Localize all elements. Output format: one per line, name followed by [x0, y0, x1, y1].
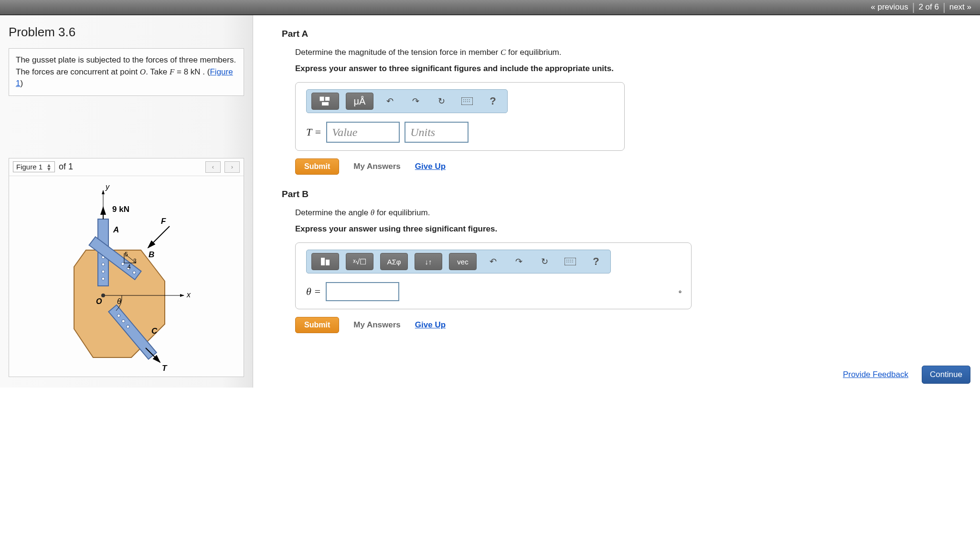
left-panel: Problem 3.6 The gusset plate is subjecte… — [0, 15, 253, 388]
part-b-button-row: Submit My Answers Give Up — [295, 317, 971, 333]
page-counter: 2 of 6 — [918, 2, 939, 12]
svg-text:B: B — [149, 250, 154, 259]
desc-text: = 8 kN . ( — [174, 67, 210, 76]
give-up-link[interactable]: Give Up — [415, 162, 446, 171]
desc-text: ) — [20, 79, 23, 88]
svg-text:y: y — [105, 183, 110, 191]
svg-rect-33 — [320, 97, 324, 101]
keyboard-icon[interactable] — [458, 93, 477, 109]
figure-selector[interactable]: Figure 1 ▲▼ — [13, 161, 55, 172]
prompt-text: for equilibrium. — [374, 208, 430, 217]
template-icon[interactable] — [311, 93, 339, 110]
figure-body: y x 9 kN A F B O θ C T 5 3 4 — [9, 176, 244, 377]
greek-button[interactable]: ΑΣφ — [380, 253, 408, 270]
undo-icon[interactable]: ↶ — [483, 253, 502, 270]
reset-icon[interactable]: ↻ — [432, 93, 451, 109]
svg-text:C: C — [151, 326, 158, 336]
prompt-text: Determine the angle — [295, 208, 371, 217]
desc-point-O: O — [140, 67, 146, 76]
part-b-prompt: Determine the angle θ for equilibrium. — [295, 208, 971, 218]
part-b-title: Part B — [282, 189, 971, 200]
answer-input[interactable] — [326, 282, 399, 301]
keyboard-icon[interactable] — [561, 253, 580, 270]
figure-count: of 1 — [59, 162, 73, 172]
part-a-button-row: Submit My Answers Give Up — [295, 158, 971, 175]
part-a-equation-row: T = Value Units — [306, 122, 616, 143]
svg-point-19 — [101, 294, 105, 297]
problem-description: The gusset plate is subjected to the for… — [9, 48, 244, 96]
nav-bar: « previous | 2 of 6 | next » — [0, 0, 980, 15]
undo-icon[interactable]: ↶ — [380, 93, 399, 109]
provide-feedback-link[interactable]: Provide Feedback — [843, 370, 908, 379]
part-a-title: Part A — [282, 29, 971, 39]
sqrt-icon[interactable]: ᵡ√☐ — [346, 253, 373, 270]
submit-button[interactable]: Submit — [295, 158, 339, 175]
units-button[interactable]: μÅ — [346, 93, 373, 110]
desc-text: . Take — [146, 67, 170, 76]
figure-prev-button[interactable]: ‹ — [205, 161, 221, 173]
svg-rect-41 — [565, 258, 576, 265]
svg-text:T: T — [162, 364, 168, 372]
svg-text:3: 3 — [133, 258, 137, 264]
svg-text:4: 4 — [128, 263, 131, 270]
separator: | — [912, 1, 915, 13]
figure-label: Figure 1 — [16, 163, 43, 171]
template-icon[interactable] — [311, 253, 339, 270]
part-a-instruction: Express your answer to three significant… — [295, 64, 971, 74]
give-up-link[interactable]: Give Up — [415, 320, 446, 330]
svg-rect-35 — [322, 102, 329, 105]
svg-text:θ: θ — [117, 297, 121, 305]
part-a-answer-box: μÅ ↶ ↷ ↻ ? T = Value Units — [295, 82, 625, 151]
footer: Provide Feedback Continue — [843, 366, 970, 384]
my-answers-link[interactable]: My Answers — [353, 162, 401, 171]
part-a-toolbar: μÅ ↶ ↷ ↻ ? — [306, 89, 508, 113]
svg-text:9 kN: 9 kN — [112, 205, 129, 214]
right-panel: Part A Determine the magnitude of the te… — [253, 15, 980, 388]
problem-title: Problem 3.6 — [9, 25, 244, 40]
units-input[interactable]: Units — [405, 122, 469, 143]
vector-button[interactable]: vec — [449, 253, 477, 270]
submit-button[interactable]: Submit — [295, 317, 339, 333]
svg-text:O: O — [96, 297, 102, 305]
variable-theta: θ = — [306, 285, 321, 298]
svg-point-3 — [102, 263, 105, 266]
svg-rect-36 — [461, 97, 473, 105]
prompt-var-C: C — [501, 48, 506, 57]
prompt-var-theta: θ — [371, 208, 374, 217]
svg-point-5 — [102, 277, 105, 280]
help-icon[interactable]: ? — [586, 253, 606, 270]
svg-rect-39 — [321, 258, 325, 265]
variable-T: T = — [306, 126, 321, 138]
figure-diagram: y x 9 kN A F B O θ C T 5 3 4 — [41, 181, 213, 372]
svg-text:F: F — [161, 217, 166, 226]
figure-header: Figure 1 ▲▼ of 1 ‹ › — [9, 158, 244, 176]
part-b-instruction: Express your answer using three signific… — [295, 224, 971, 234]
part-b-equation-row: θ = ∘ — [306, 282, 682, 301]
svg-rect-40 — [326, 260, 330, 265]
desc-var-F: F — [170, 67, 174, 76]
help-icon[interactable]: ? — [483, 93, 502, 109]
svg-text:A: A — [113, 225, 119, 234]
stepper-icon: ▲▼ — [46, 163, 52, 171]
figure-next-button[interactable]: › — [224, 161, 240, 173]
part-a-prompt: Determine the magnitude of the tension f… — [295, 48, 971, 57]
svg-text:5: 5 — [125, 251, 128, 258]
reset-icon[interactable]: ↻ — [535, 253, 554, 270]
separator: | — [943, 1, 946, 13]
next-link[interactable]: next » — [949, 2, 971, 12]
redo-icon[interactable]: ↷ — [509, 253, 528, 270]
figure-panel: Figure 1 ▲▼ of 1 ‹ › — [9, 158, 244, 377]
subscript-icon[interactable]: ↓↑ — [415, 253, 442, 270]
svg-text:x: x — [186, 291, 191, 299]
prev-link[interactable]: « previous — [871, 2, 908, 12]
redo-icon[interactable]: ↷ — [406, 93, 425, 109]
part-b-answer-box: ᵡ√☐ ΑΣφ ↓↑ vec ↶ ↷ ↻ ? θ = ∘ — [295, 242, 692, 309]
prompt-text: for equilibrium. — [506, 48, 561, 57]
continue-button[interactable]: Continue — [922, 366, 970, 384]
my-answers-link[interactable]: My Answers — [353, 320, 401, 330]
svg-rect-34 — [325, 97, 330, 101]
svg-line-16 — [148, 226, 170, 248]
part-b-toolbar: ᵡ√☐ ΑΣφ ↓↑ vec ↶ ↷ ↻ ? — [306, 250, 611, 273]
prompt-text: Determine the magnitude of the tension f… — [295, 48, 501, 57]
value-input[interactable]: Value — [326, 122, 400, 143]
